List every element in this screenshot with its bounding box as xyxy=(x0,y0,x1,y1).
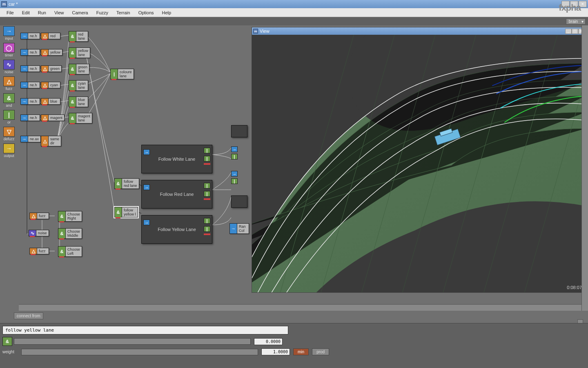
input-node-1[interactable]: →ne.h xyxy=(20,49,40,56)
right-port-4[interactable]: | xyxy=(231,178,238,184)
menu-edit[interactable]: Edit xyxy=(18,9,34,16)
fuzz-node-1[interactable]: △yellow xyxy=(41,49,62,56)
menu-file[interactable]: File xyxy=(2,9,18,16)
right-port-3[interactable]: → xyxy=(231,171,238,177)
weight-label: weight xyxy=(2,350,20,354)
input-node-3[interactable]: →ne.h xyxy=(20,82,40,88)
fuzz-node-0[interactable]: △red xyxy=(41,33,60,39)
main-title-bar: m car * _ □ ✕ xyxy=(0,0,588,8)
view-title-bar[interactable]: m View _ □ ✕ xyxy=(252,27,586,35)
fuzz-node-6[interactable]: △same dir xyxy=(41,136,61,146)
view-panel[interactable]: m View _ □ ✕ xyxy=(252,27,586,293)
view-app-icon: m xyxy=(253,29,258,34)
node-fuzz-top[interactable]: △ fuzz xyxy=(29,213,49,219)
node-choose-middle[interactable]: & Choose Middle xyxy=(58,228,82,239)
menu-view[interactable]: View xyxy=(50,9,68,16)
and-lane-node-0[interactable]: &red lane xyxy=(69,31,88,42)
and-lane-node-1[interactable]: &yellow lane xyxy=(69,47,90,58)
input-tool[interactable]: →input xyxy=(2,25,16,41)
track-scene xyxy=(252,35,586,292)
port-box-top[interactable] xyxy=(231,125,247,137)
node-choose-left[interactable]: & Choose Left xyxy=(58,246,82,257)
node-noise[interactable]: ∿ noise xyxy=(29,230,49,236)
property-panel: & weight min prod xyxy=(0,323,588,368)
and-lane-node-5[interactable]: &magent lane xyxy=(69,113,92,123)
window-title: car * xyxy=(9,2,561,7)
fuzz-node-3[interactable]: △cyan xyxy=(41,82,60,88)
value-slider-1[interactable] xyxy=(21,349,258,355)
and-lane-node-3[interactable]: &cyan lane xyxy=(69,80,88,91)
node-rand-col[interactable]: → Ran Col xyxy=(229,223,249,234)
status-text: connect from xyxy=(14,312,43,319)
node-fuzz-bottom[interactable]: △ fuzz xyxy=(29,248,49,254)
menu-run[interactable]: Run xyxy=(34,9,50,16)
canvas-scroll-vertical[interactable] xyxy=(581,25,588,311)
fuzz-tool[interactable]: △fuzz xyxy=(2,76,16,92)
right-port-1[interactable]: → xyxy=(231,146,238,152)
and-tool[interactable]: &and xyxy=(2,92,16,108)
node-follow-red-lane[interactable]: & follow red lane xyxy=(114,178,139,189)
value-field-0[interactable] xyxy=(254,338,283,345)
node-choose-right[interactable]: & Choose Right xyxy=(58,211,82,222)
node-name-input[interactable] xyxy=(2,326,288,334)
app-icon: m xyxy=(1,1,7,7)
input-node-4[interactable]: →ne.h xyxy=(20,98,40,105)
tool-palette: →input ◯timer ∿noise △fuzz &and |or ▽def… xyxy=(2,25,17,159)
fuzz-node-5[interactable]: △magent xyxy=(41,114,65,121)
timer-tool[interactable]: ◯timer xyxy=(2,42,16,58)
status-row: connect from xyxy=(2,312,586,320)
value-field-1[interactable] xyxy=(261,348,290,355)
or-tool[interactable]: |or xyxy=(2,109,16,125)
menu-options[interactable]: Options xyxy=(134,9,158,16)
watermark-label: fxpha xyxy=(559,2,581,13)
and-type-badge[interactable]: & xyxy=(2,337,12,346)
menu-fuzzy[interactable]: Fuzzy xyxy=(92,9,112,16)
prod-button[interactable]: prod xyxy=(312,348,329,355)
input-node-0[interactable]: →ne.h xyxy=(20,33,40,39)
and-lane-node-4[interactable]: &blue lane xyxy=(69,96,88,107)
follow-lane-box-2[interactable]: → | | Follow Yellow Lane xyxy=(141,215,212,244)
input-node-2[interactable]: →ne.h xyxy=(20,65,40,72)
menu-terrain[interactable]: Terrain xyxy=(112,9,134,16)
follow-lane-box-0[interactable]: → | | Follow White Lane xyxy=(141,145,212,173)
view-3d-viewport[interactable]: 0:08:07 xyxy=(252,35,586,292)
node-canvas[interactable]: →input ◯timer ∿noise △fuzz &and |or ▽def… xyxy=(0,25,588,311)
view-title-text: View xyxy=(260,29,270,34)
defuzz-tool[interactable]: ▽defuzz xyxy=(2,126,16,142)
canvas-scroll-horizontal[interactable] xyxy=(19,304,581,311)
view-minimize-button[interactable]: _ xyxy=(565,29,572,34)
output-tool[interactable]: →output xyxy=(2,143,16,159)
sub-toolbar: brain xyxy=(0,17,588,25)
menu-bar: File Edit Run View Camera Fuzzy Terrain … xyxy=(0,8,588,17)
and-lane-node-2[interactable]: &green lane xyxy=(69,64,89,74)
view-timecode: 0:08:07 xyxy=(567,285,582,290)
input-node-6[interactable]: →ne.ax xyxy=(20,136,41,142)
brain-dropdown[interactable]: brain xyxy=(566,18,586,25)
menu-camera[interactable]: Camera xyxy=(68,9,92,16)
right-port-2[interactable]: | xyxy=(231,154,238,159)
value-slider-0[interactable] xyxy=(14,338,251,345)
menu-help[interactable]: Help xyxy=(158,9,176,16)
view-maximize-button[interactable]: □ xyxy=(572,29,578,34)
node-follow-yellow-lane[interactable]: & follow yellow l xyxy=(114,207,138,218)
fuzz-node-4[interactable]: △blue xyxy=(41,98,60,105)
port-box-bottom[interactable] xyxy=(231,195,247,208)
input-node-5[interactable]: →ne.h xyxy=(20,114,40,121)
noise-tool[interactable]: ∿noise xyxy=(2,59,16,75)
node-coloured-lane[interactable]: | coloure lane xyxy=(110,69,134,79)
fuzz-node-2[interactable]: △green xyxy=(41,65,62,72)
min-button[interactable]: min xyxy=(293,348,309,355)
follow-lane-box-1[interactable]: → | | Follow Red Lane xyxy=(141,180,212,209)
